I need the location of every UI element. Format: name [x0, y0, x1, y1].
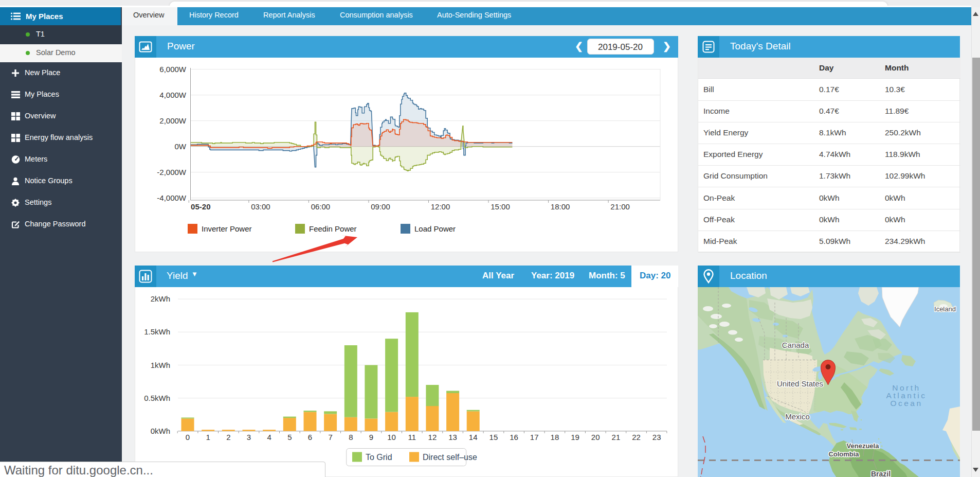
svg-text:0.5kWh: 0.5kWh: [144, 393, 170, 402]
svg-text:7: 7: [328, 433, 332, 441]
svg-text:Inverter Power: Inverter Power: [202, 224, 252, 233]
svg-text:23: 23: [652, 433, 661, 441]
svg-text:03:00: 03:00: [251, 202, 270, 211]
svg-text:1: 1: [206, 433, 210, 441]
svg-text:06:00: 06:00: [311, 202, 331, 211]
svg-text:2kWh: 2kWh: [151, 294, 170, 303]
svg-text:Brazil: Brazil: [871, 470, 891, 477]
svg-text:4,000W: 4,000W: [159, 91, 187, 99]
svg-text:13: 13: [448, 433, 457, 441]
svg-text:Colombia: Colombia: [828, 450, 859, 458]
svg-text:20: 20: [591, 433, 600, 441]
svg-text:United States: United States: [777, 379, 823, 388]
svg-text:22: 22: [632, 433, 641, 441]
svg-text:Load Power: Load Power: [414, 224, 456, 233]
svg-text:11: 11: [408, 433, 416, 441]
svg-text:8: 8: [349, 433, 353, 441]
svg-text:Iceland: Iceland: [934, 305, 956, 313]
svg-text:21:00: 21:00: [610, 202, 630, 211]
svg-text:Venezuela: Venezuela: [847, 442, 880, 450]
svg-text:17: 17: [530, 433, 539, 441]
svg-text:9: 9: [369, 433, 373, 441]
svg-text:-4,000W: -4,000W: [157, 193, 187, 202]
svg-text:0kWh: 0kWh: [151, 426, 170, 435]
svg-text:Mexico: Mexico: [785, 412, 810, 421]
svg-text:09:00: 09:00: [371, 202, 390, 211]
svg-text:0W: 0W: [175, 142, 187, 151]
svg-text:21: 21: [612, 433, 621, 441]
svg-text:Ocean: Ocean: [890, 399, 922, 408]
svg-text:15:00: 15:00: [491, 202, 510, 211]
svg-text:12: 12: [428, 433, 437, 441]
svg-text:1.5kWh: 1.5kWh: [144, 327, 170, 336]
svg-text:Direct self–use: Direct self–use: [423, 453, 477, 462]
svg-text:6: 6: [308, 433, 312, 441]
svg-text:18:00: 18:00: [551, 202, 570, 211]
svg-text:6,000W: 6,000W: [159, 65, 187, 74]
svg-text:10: 10: [387, 433, 396, 441]
svg-text:Canada: Canada: [782, 341, 809, 349]
svg-text:18: 18: [551, 433, 559, 441]
svg-text:1kWh: 1kWh: [151, 360, 170, 369]
svg-text:To Grid: To Grid: [366, 453, 392, 462]
svg-text:4: 4: [267, 433, 271, 441]
svg-text:-2,000W: -2,000W: [157, 168, 187, 176]
svg-text:12:00: 12:00: [431, 202, 450, 211]
svg-text:05-20: 05-20: [191, 202, 210, 211]
svg-text:15: 15: [489, 433, 498, 441]
svg-text:2: 2: [226, 433, 230, 441]
svg-text:19: 19: [571, 433, 579, 441]
svg-text:5: 5: [287, 433, 292, 441]
svg-text:16: 16: [510, 433, 518, 441]
svg-text:3: 3: [247, 433, 251, 441]
svg-text:2,000W: 2,000W: [159, 116, 187, 125]
svg-text:14: 14: [469, 433, 478, 441]
svg-text:0: 0: [186, 433, 190, 441]
